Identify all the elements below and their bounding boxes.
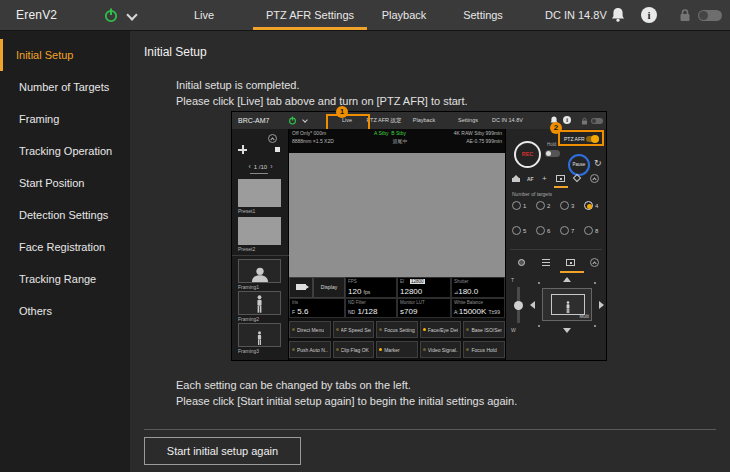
button-label: Focus Hold: [471, 347, 496, 353]
tracking-frame-icon: [556, 175, 565, 182]
tab-live[interactable]: Live: [194, 0, 214, 31]
hold-toggle: [545, 150, 560, 157]
monitor-lut-value: s709: [400, 307, 417, 316]
sidebar-item-framing[interactable]: Framing: [0, 103, 130, 135]
wb-value: 15000K: [459, 307, 487, 316]
preset1-label: Preset1: [238, 208, 255, 214]
pager-underline: [250, 173, 268, 174]
screenshot-left-panel: ‹1 /10› Preset1 Preset2 Framing1 Framing…: [232, 129, 289, 360]
iris-prefix: F: [292, 309, 295, 315]
sidebar-item-tracking-operation[interactable]: Tracking Operation: [0, 135, 130, 167]
toggle-knob: [592, 119, 596, 123]
target-radio-1: 1: [512, 201, 526, 210]
monitor-lut-cell: Monitor LUT s709: [397, 298, 451, 319]
device-name: BRC-AM7: [238, 117, 270, 124]
intro-text: Initial setup is completed. Please click…: [176, 77, 468, 109]
radio-label: 8: [595, 228, 598, 234]
sidebar-item-detection-settings[interactable]: Detection Settings: [0, 199, 130, 231]
preset2-thumbnail: [238, 217, 281, 245]
intro-line-2: Please click [Live] tab above and turn o…: [176, 93, 468, 109]
sidebar-item-number-of-targets[interactable]: Number of Targets: [0, 71, 130, 103]
camera-video-view: [289, 153, 505, 277]
step2-highlight-box: PTZ AFR: [558, 130, 604, 146]
step-2-badge: 2: [550, 122, 562, 134]
record-format: 4K RAW Stby: [454, 130, 484, 136]
toggle-knob: [699, 11, 708, 20]
chevron-down-icon[interactable]: [126, 9, 137, 20]
section-divider: [144, 429, 716, 430]
button-label: Marker: [384, 347, 400, 353]
lens-status: Off Only* 000m: [292, 130, 326, 136]
function-button-row-1: Direct Menu AF Speed Sens. Focus Setting…: [289, 321, 505, 338]
lock-icon[interactable]: [679, 8, 691, 26]
ae-offset: AE-0.75: [466, 138, 484, 144]
focus-area-icon: [573, 174, 581, 182]
sidebar-item-face-registration[interactable]: Face Registration: [0, 231, 130, 263]
next-page-icon: ›: [267, 163, 275, 170]
clip-flag-ok-button: Clip Flag OK: [333, 341, 375, 358]
divider: [232, 255, 289, 256]
screenshot-control-panel: REC Hold Pause AF Number of targets 1 2 …: [505, 129, 606, 360]
tab-playback[interactable]: Playback: [382, 0, 427, 31]
step-1-badge: 1: [336, 106, 348, 118]
ei-badge: 12800: [410, 279, 425, 284]
radio-label: 1: [523, 203, 526, 209]
selected-tab-underline: [554, 186, 568, 188]
selected-tab-underline: [560, 271, 584, 273]
ei-value: 12800: [400, 287, 422, 296]
radio-label: 3: [571, 203, 574, 209]
camera-status-bar: Off Only* 000m A Stby B Stby 4K RAW Stby…: [289, 129, 505, 153]
sidebar-item-start-position[interactable]: Start Position: [0, 167, 130, 199]
ptz-afr-toggle-on: [586, 136, 599, 142]
corner-dot: [594, 325, 596, 327]
sidebar-item-initial-setup[interactable]: Initial Setup: [0, 39, 130, 71]
info-icon[interactable]: i: [641, 7, 657, 23]
radio-label: 2: [547, 203, 550, 209]
fps-unit: fps: [364, 289, 371, 295]
outro-text: Each setting can be changed by tabs on t…: [176, 377, 517, 409]
preset-pager: ‹1 /10›: [232, 163, 289, 170]
menu-list-icon: [542, 259, 550, 266]
button-label: Face/Eye Det...: [428, 327, 459, 333]
camera-icon: [296, 284, 306, 290]
focus-setting-button: Focus Setting: [376, 321, 418, 338]
sidebar-item-others[interactable]: Others: [0, 295, 130, 327]
af-speed-sens-button: AF Speed Sens.: [333, 321, 375, 338]
intro-line-1: Initial setup is completed.: [176, 77, 468, 93]
power-source-status: DC IN 14.8V: [492, 112, 523, 129]
button-label: Push Auto N...: [297, 347, 328, 353]
number-of-targets-label: Number of targets: [512, 191, 552, 197]
status-dot: [336, 328, 339, 331]
start-initial-setup-again-button[interactable]: Start initial setup again: [144, 437, 301, 465]
power-icon[interactable]: [103, 7, 119, 23]
pan-right-icon: [599, 301, 604, 309]
page-number: 1: [254, 164, 257, 170]
target-radio-2: 2: [536, 201, 550, 210]
media-a-remaining: 999min: [486, 130, 502, 136]
preset1-thumbnail: [238, 179, 281, 207]
home-icon: [512, 175, 520, 182]
collapse-icon: [268, 134, 277, 143]
target-radio-4-selected: 4: [584, 201, 598, 210]
lock-toggle[interactable]: [698, 10, 722, 21]
button-label: Video Signal...: [428, 347, 459, 353]
notification-bell-icon[interactable]: [611, 7, 625, 27]
corner-dot: [538, 282, 540, 284]
preset2-label: Preset2: [238, 246, 255, 252]
framing2-label: Framing2: [238, 316, 259, 322]
marker-button: Marker: [376, 341, 418, 358]
button-label: Direct Menu: [297, 327, 324, 333]
status-dot: [292, 348, 295, 351]
active-tab-underline: [253, 27, 367, 30]
iris-label: Iris: [292, 300, 298, 305]
nd-prefix: ND: [348, 309, 355, 315]
wide-label: W: [511, 327, 516, 333]
toggle-knob: [546, 151, 551, 156]
camera-output-button: [289, 277, 313, 298]
tab-settings[interactable]: Settings: [463, 0, 503, 31]
exposure-icon: [518, 259, 525, 266]
button-label: AF Speed Sens.: [341, 327, 372, 333]
sidebar-item-tracking-range[interactable]: Tracking Range: [0, 263, 130, 295]
nd-value: 1/128: [357, 307, 377, 316]
shutter-cell: Shutter ⊿180.0: [451, 277, 505, 298]
